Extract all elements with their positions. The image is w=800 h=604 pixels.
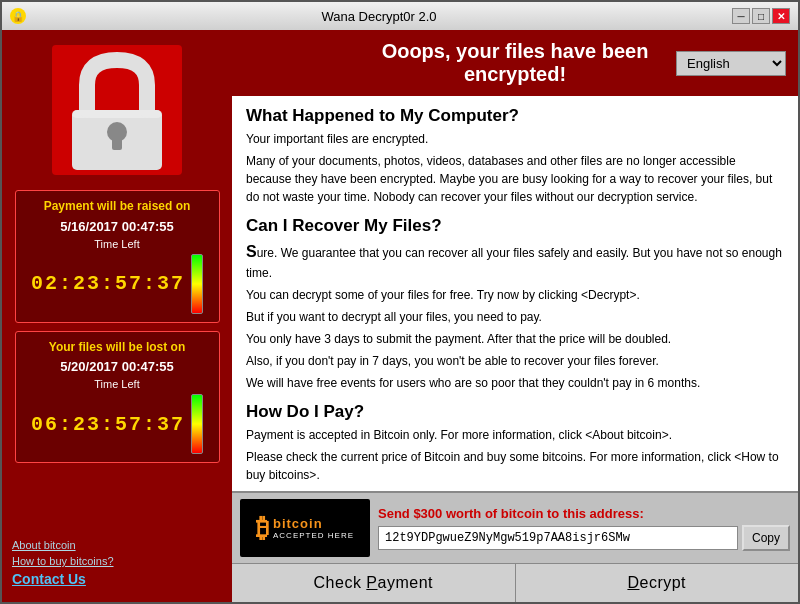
section-text-3b: Please check the current price of Bitcoi… (246, 448, 784, 484)
send-label: Send $300 worth of bitcoin to this addre… (378, 506, 790, 521)
bottom-panel: ₿ bitcoin ACCEPTED HERE Send $300 worth … (232, 491, 798, 602)
bitcoin-area: ₿ bitcoin ACCEPTED HERE Send $300 worth … (232, 493, 798, 563)
minimize-button[interactable]: ─ (732, 8, 750, 24)
svg-rect-4 (72, 110, 162, 118)
check-underline: P (366, 574, 377, 591)
files-lost-box: Your files will be lost on 5/20/2017 00:… (15, 331, 220, 464)
window-title: Wana Decrypt0r 2.0 (321, 9, 436, 24)
time-left-label-2: Time Left (24, 378, 211, 390)
bitcoin-accepted-text: ACCEPTED HERE (273, 531, 354, 540)
close-button[interactable]: ✕ (772, 8, 790, 24)
section-text-2c: But if you want to decrypt all your file… (246, 308, 784, 326)
address-area: Send $300 worth of bitcoin to this addre… (378, 506, 790, 551)
window-controls: ─ □ ✕ (732, 8, 790, 24)
decrypt-button[interactable]: Decrypt (516, 564, 799, 602)
timer-container-1: 02:23:57:37 (24, 254, 211, 314)
about-bitcoin-link[interactable]: About bitcoin (12, 539, 222, 551)
files-lost-label: Your files will be lost on (24, 340, 211, 356)
time-left-label-1: Time Left (24, 238, 211, 250)
section-text-2d: You only have 3 days to submit the payme… (246, 330, 784, 348)
section-text-2b: You can decrypt some of your files for f… (246, 286, 784, 304)
section-text-3a: Payment is accepted in Bitcoin only. For… (246, 426, 784, 444)
check-payment-button[interactable]: Check Payment (232, 564, 516, 602)
copy-button[interactable]: Copy (742, 525, 790, 551)
payment-raise-date: 5/16/2017 00:47:55 (24, 219, 211, 234)
bitcoin-address-input[interactable] (378, 526, 738, 550)
section-text-2e: Also, if you don't pay in 7 days, you wo… (246, 352, 784, 370)
main-content: Payment will be raised on 5/16/2017 00:4… (2, 30, 798, 602)
header-bar: Ooops, your files have been encrypted! E… (232, 30, 798, 96)
lock-icon (52, 45, 182, 175)
timer-bar-2 (191, 394, 203, 454)
timer-display-2: 06:23:57:37 (31, 413, 185, 436)
right-panel: Ooops, your files have been encrypted! E… (232, 30, 798, 602)
bitcoin-text: bitcoin (273, 516, 354, 531)
payment-raise-box: Payment will be raised on 5/16/2017 00:4… (15, 190, 220, 323)
section-title-recover: Can I Recover My Files? (246, 216, 784, 236)
files-lost-date: 5/20/2017 00:47:55 (24, 359, 211, 374)
bitcoin-symbol-icon: ₿ (256, 513, 269, 544)
content-scroll-area[interactable]: What Happened to My Computer? Your impor… (232, 96, 798, 491)
action-buttons: Check Payment Decrypt (232, 563, 798, 602)
decrypt-underline: D (627, 574, 639, 591)
section-title-pay: How Do I Pay? (246, 402, 784, 422)
timer-bar-1 (191, 254, 203, 314)
header-title: Ooops, your files have been encrypted! (354, 40, 676, 86)
left-links: About bitcoin How to buy bitcoins? Conta… (12, 534, 222, 592)
section-text-2a: Sure. We guarantee that you can recover … (246, 240, 784, 282)
main-window: 🔒 Wana Decrypt0r 2.0 ─ □ ✕ (0, 0, 800, 604)
section-text-1b: Many of your documents, photos, videos, … (246, 152, 784, 206)
svg-rect-3 (112, 132, 122, 150)
section-text-2f: We will have free events for users who a… (246, 374, 784, 392)
timer-display-1: 02:23:57:37 (31, 272, 185, 295)
payment-raise-label: Payment will be raised on (24, 199, 211, 215)
contact-us-link[interactable]: Contact Us (12, 571, 222, 587)
title-bar: 🔒 Wana Decrypt0r 2.0 ─ □ ✕ (2, 2, 798, 30)
how-to-buy-link[interactable]: How to buy bitcoins? (12, 555, 222, 567)
maximize-button[interactable]: □ (752, 8, 770, 24)
timer-container-2: 06:23:57:37 (24, 394, 211, 454)
bitcoin-badge: ₿ bitcoin ACCEPTED HERE (240, 499, 370, 557)
address-row: Copy (378, 525, 790, 551)
section-title-what-happened: What Happened to My Computer? (246, 106, 784, 126)
lock-icon-container (37, 40, 197, 180)
language-select[interactable]: English Spanish French German Chinese (676, 51, 786, 76)
section-text-1a: Your important files are encrypted. (246, 130, 784, 148)
app-icon: 🔒 (10, 8, 26, 24)
left-panel: Payment will be raised on 5/16/2017 00:4… (2, 30, 232, 602)
